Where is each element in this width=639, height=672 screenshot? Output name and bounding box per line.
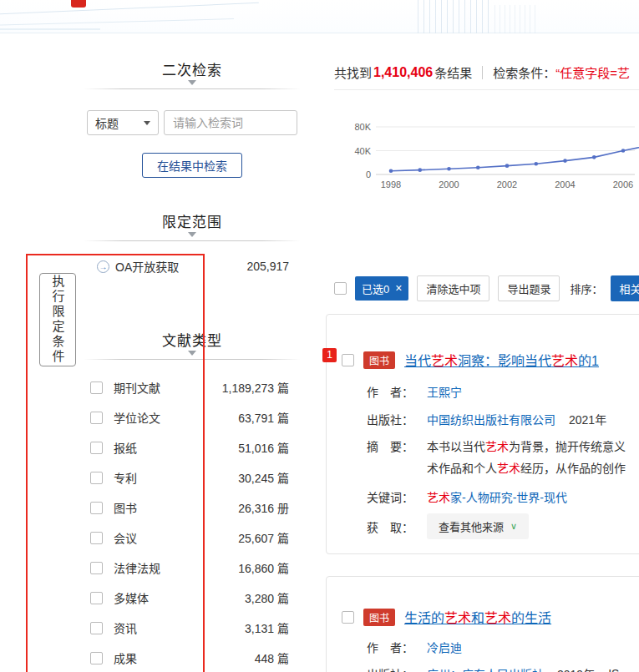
keywords-label: 关键词： xyxy=(367,488,427,505)
view-other-sources-label: 查看其他来源 xyxy=(439,518,504,534)
found-suffix: 条结果 xyxy=(434,63,472,81)
author-link[interactable]: 冷启迪 xyxy=(427,639,462,655)
banner-swoosh-line xyxy=(0,28,100,30)
doc-type-heading: 文献类型 xyxy=(84,329,301,350)
result-rank-badge: 1 xyxy=(322,348,337,362)
doc-type-tag: 图书 xyxy=(363,351,395,369)
doc-type-count: 1,189,273 篇 xyxy=(222,379,289,396)
doc-type-label[interactable]: 会议 xyxy=(114,529,137,546)
select-all-checkbox[interactable] xyxy=(334,282,347,295)
doc-type-checkbox[interactable] xyxy=(90,622,103,634)
export-citations-button[interactable]: 导出题录 xyxy=(498,275,560,301)
doc-type-row: 会议 25,607 篇 xyxy=(84,523,301,553)
doc-type-count: 3,131 篇 xyxy=(245,619,289,636)
keywords-link[interactable]: 艺术家-人物研究-世界-现代 xyxy=(427,488,567,505)
author-label: 作 者： xyxy=(367,383,427,400)
publisher-label: 出版社： xyxy=(367,411,427,427)
annotation-label: 执行限定条件 xyxy=(39,273,76,366)
results-summary-bar: 共找到 1,410,406 条结果 检索条件： “任意字段=艺 xyxy=(334,55,639,90)
isbn-fragment: IS xyxy=(608,667,619,672)
doc-type-list: 期刊文献 1,189,273 篇 学位论文 63,791 篇 报纸 51,016… xyxy=(84,372,301,672)
doc-type-label[interactable]: 成果 xyxy=(114,649,137,666)
svg-text:2004: 2004 xyxy=(555,179,575,189)
svg-text:40K: 40K xyxy=(354,146,371,156)
doc-type-label[interactable]: 资讯 xyxy=(114,619,137,636)
doc-type-count: 51,016 篇 xyxy=(238,439,289,456)
access-label: 获 取： xyxy=(367,518,427,535)
top-banner xyxy=(0,0,639,33)
doc-type-label[interactable]: 期刊文献 xyxy=(114,379,160,396)
doc-type-checkbox[interactable] xyxy=(90,502,103,514)
deselect-close-icon[interactable]: × xyxy=(395,282,402,294)
doc-type-checkbox[interactable] xyxy=(90,472,103,484)
doc-type-checkbox[interactable] xyxy=(90,412,103,424)
limit-scope-caret-icon[interactable] xyxy=(188,232,196,237)
doc-type-count: 25,607 篇 xyxy=(238,529,289,546)
result-title-link[interactable]: 当代艺术洞察：影响当代艺术的1 xyxy=(404,350,599,370)
svg-text:2006: 2006 xyxy=(613,179,633,189)
doc-type-checkbox[interactable] xyxy=(90,381,103,394)
logo-fragment xyxy=(71,0,86,8)
doc-type-row: 学位论文 63,791 篇 xyxy=(84,402,301,432)
secondary-search-heading: 二次检索 xyxy=(84,58,301,79)
result-checkbox[interactable] xyxy=(342,354,354,366)
doc-type-count: 3,280 篇 xyxy=(245,589,289,606)
doc-type-label[interactable]: 图书 xyxy=(114,499,137,516)
doc-type-count: 448 篇 xyxy=(255,649,289,666)
vertical-divider xyxy=(482,66,483,79)
doc-type-row: 图书 26,316 册 xyxy=(84,493,301,523)
doc-type-row: 法律法规 16,860 篇 xyxy=(84,553,301,583)
search-results-page: 二次检索 标题 在结果中检索 限定范围 → OA开放获取 205,917 文献类… xyxy=(0,0,639,672)
banner-building-graphic xyxy=(418,0,491,33)
author-label: 作 者： xyxy=(367,639,427,655)
doc-type-label[interactable]: 专利 xyxy=(114,469,137,486)
publisher-link[interactable]: 广州：广东人民出版社 xyxy=(427,665,544,672)
publish-year: 2019年 xyxy=(557,665,595,672)
doc-type-checkbox[interactable] xyxy=(90,592,103,604)
result-title-link[interactable]: 生活的艺术和艺术的生活 xyxy=(404,607,551,627)
doc-type-row: 专利 30,245 篇 xyxy=(84,462,301,493)
sort-label: 排序： xyxy=(570,280,602,296)
search-input[interactable] xyxy=(164,110,297,135)
doc-type-label[interactable]: 多媒体 xyxy=(114,589,149,606)
result-card: 1 图书 当代艺术洞察：影响当代艺术的1 作 者： 王熙宁 出版社： 中国纺织出… xyxy=(326,314,639,554)
abstract-text-line: 本书以当代艺术为背景，抛开传统意义 xyxy=(427,437,626,454)
doc-type-row: 报纸 51,016 篇 xyxy=(84,432,301,462)
svg-text:1998: 1998 xyxy=(381,179,401,189)
doc-type-caret-icon[interactable] xyxy=(188,351,196,356)
doc-type-checkbox[interactable] xyxy=(90,532,103,544)
result-checkbox[interactable] xyxy=(342,611,354,624)
oa-filter-row[interactable]: → OA开放获取 205,917 xyxy=(84,257,301,275)
results-trend-chart: 80K40K019982000200220042006 xyxy=(334,92,639,202)
sort-relevance-badge[interactable]: 相关度 xyxy=(611,275,639,301)
banner-building-graphic xyxy=(494,5,538,33)
author-link[interactable]: 王熙宁 xyxy=(427,383,462,400)
doc-type-checkbox[interactable] xyxy=(90,442,103,454)
doc-type-label[interactable]: 报纸 xyxy=(114,439,137,456)
search-field-select[interactable]: 标题 xyxy=(87,110,159,135)
publisher-link[interactable]: 中国纺织出版社有限公司 xyxy=(427,411,555,427)
banner-swoosh-line xyxy=(0,18,234,26)
oa-filter-count: 205,917 xyxy=(246,260,289,273)
limit-scope-heading: 限定范围 xyxy=(84,210,301,231)
doc-type-tag: 图书 xyxy=(363,609,395,626)
section-divider xyxy=(84,240,301,241)
oa-filter-label[interactable]: OA开放获取 xyxy=(115,258,179,275)
secondary-search-caret-icon[interactable] xyxy=(188,80,196,85)
view-other-sources-button[interactable]: 查看其他来源 ∨ xyxy=(427,513,529,539)
clear-selection-button[interactable]: 清除选中项 xyxy=(417,275,489,301)
doc-type-row: 资讯 3,131 篇 xyxy=(84,613,301,643)
search-in-results-button[interactable]: 在结果中检索 xyxy=(142,153,242,178)
doc-type-label[interactable]: 学位论文 xyxy=(114,409,160,426)
doc-type-label[interactable]: 法律法规 xyxy=(114,559,160,576)
doc-type-checkbox[interactable] xyxy=(90,562,103,574)
condition-value: “任意字段=艺 xyxy=(555,63,630,81)
result-card: 图书 生活的艺术和艺术的生活 作 者： 冷启迪 出版社： 广州：广东人民出版社 … xyxy=(326,576,639,672)
doc-type-row: 期刊文献 1,189,273 篇 xyxy=(84,372,301,402)
doc-type-count: 30,245 篇 xyxy=(238,469,289,486)
banner-swoosh-line xyxy=(0,3,259,15)
doc-type-checkbox[interactable] xyxy=(90,652,103,664)
selected-count-label: 已选0 xyxy=(362,280,389,296)
selected-count-badge[interactable]: 已选0 × xyxy=(355,276,408,301)
chevron-down-icon: ∨ xyxy=(510,521,517,532)
